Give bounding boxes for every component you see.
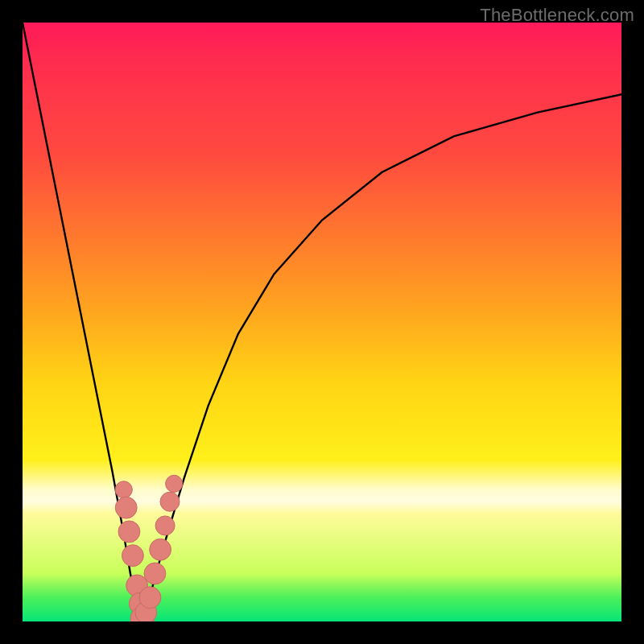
watermark-text: TheBottleneck.com [480,5,634,26]
curve-marker [122,545,143,567]
plot-area [23,23,621,621]
curve-marker [166,475,183,492]
curve-marker [115,497,137,518]
curve-marker [155,516,175,535]
curve-marker [118,521,140,543]
curve-marker [115,481,132,498]
curve-markers [115,475,183,621]
curve-marker [144,563,166,584]
curve-marker [139,587,161,609]
bottleneck-curve [23,23,621,621]
chart-frame: TheBottleneck.com [0,0,644,644]
curve-layer [23,23,621,621]
curve-marker [160,492,180,511]
curve-marker [150,539,171,560]
